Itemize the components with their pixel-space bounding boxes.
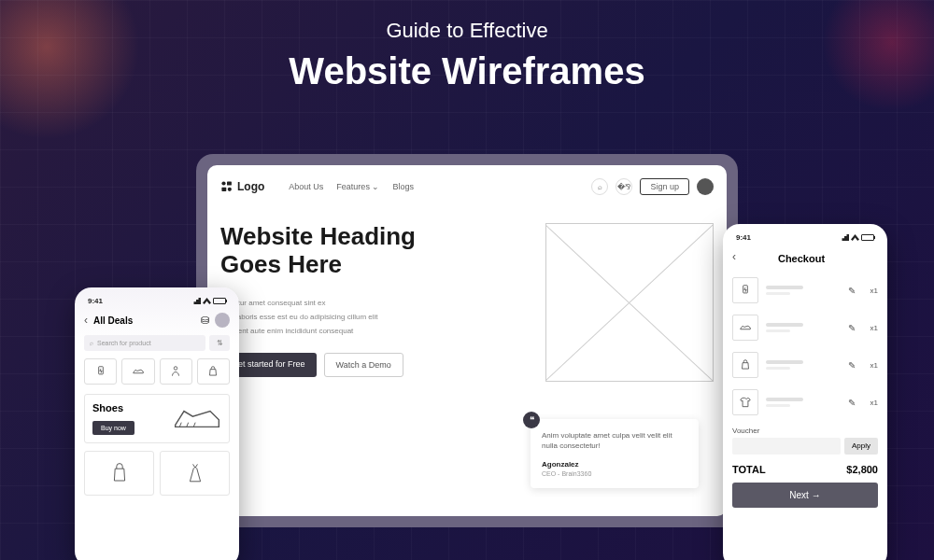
- category-shoes[interactable]: [121, 358, 154, 385]
- svg-rect-2: [221, 188, 226, 191]
- testimonial-card: ❝ Anim voluptate amet culpa velit velit …: [531, 419, 699, 488]
- quote-icon: ❝: [523, 412, 540, 428]
- nav-blogs[interactable]: Blogs: [392, 182, 414, 191]
- page-subtitle: Guide to Effective: [0, 19, 934, 43]
- filter-button[interactable]: ⇅: [209, 335, 230, 351]
- chevron-down-icon: ⌄: [372, 182, 379, 191]
- edit-icon[interactable]: ✎: [848, 398, 856, 408]
- svg-point-3: [228, 188, 232, 191]
- checkout-item: ✎ x1: [732, 272, 878, 309]
- product-dress[interactable]: [160, 451, 230, 496]
- avatar[interactable]: [215, 313, 230, 328]
- edit-icon[interactable]: ✎: [848, 286, 856, 296]
- item-thumb-shirt: [732, 389, 758, 415]
- status-icons: [840, 233, 874, 242]
- svg-point-5: [174, 367, 177, 371]
- next-button[interactable]: Next →: [732, 483, 878, 508]
- featured-card[interactable]: Shoes Buy now: [84, 394, 230, 443]
- screen-title: All Deals: [93, 315, 195, 326]
- arrow-right-icon: →: [812, 490, 821, 500]
- item-thumb-electronics: [732, 277, 758, 303]
- total-value: $2,800: [846, 464, 878, 475]
- cta-secondary-button[interactable]: Watch a Demo: [324, 353, 403, 377]
- search-icon[interactable]: ⌕: [591, 178, 608, 195]
- checkout-item: ✎ x1: [732, 384, 878, 421]
- buy-button[interactable]: Buy now: [92, 421, 134, 435]
- nav-about[interactable]: About Us: [289, 182, 323, 191]
- navbar: Logo About Us Features ⌄ Blogs ⌕ �⅋ Sign…: [220, 178, 714, 195]
- cart-icon[interactable]: ⛁: [201, 315, 209, 327]
- apply-button[interactable]: Apply: [844, 438, 878, 455]
- checkout-item: ✎ x1: [732, 309, 878, 346]
- status-icons: [191, 297, 226, 305]
- svg-rect-1: [227, 181, 232, 185]
- search-input[interactable]: ⌕ Search for product: [84, 335, 205, 351]
- hero-body: Pariatur amet consequat sint ex Sint lab…: [220, 296, 517, 339]
- page-title: Website Wireframes: [0, 50, 934, 92]
- avatar[interactable]: [697, 178, 714, 195]
- back-icon[interactable]: ‹: [84, 314, 88, 327]
- back-icon[interactable]: ‹: [732, 250, 736, 263]
- hero-heading: Website Heading Goes Here: [220, 223, 517, 279]
- lock-icon[interactable]: �⅋: [616, 178, 632, 195]
- logo[interactable]: Logo: [220, 180, 264, 193]
- voucher-section: Voucher Apply: [732, 427, 878, 455]
- signup-button[interactable]: Sign up: [640, 178, 689, 195]
- status-time: 9:41: [736, 233, 751, 242]
- hero-image-placeholder: [545, 223, 714, 382]
- edit-icon[interactable]: ✎: [848, 360, 856, 371]
- checkout-item: ✎ x1: [732, 346, 878, 384]
- laptop-mockup: Logo About Us Features ⌄ Blogs ⌕ �⅋ Sign…: [196, 154, 738, 527]
- screen-title: Checkout: [742, 253, 861, 264]
- product-bag[interactable]: [84, 451, 154, 496]
- category-electronics[interactable]: [84, 358, 117, 385]
- search-icon: ⌕: [90, 340, 93, 346]
- total-row: TOTAL $2,800: [732, 464, 878, 475]
- item-thumb-bag: [732, 352, 758, 378]
- category-apparel[interactable]: [160, 358, 192, 385]
- category-row: [84, 358, 230, 385]
- item-thumb-shoe: [732, 315, 758, 341]
- phone-right-mockup: 9:41 ‹ Checkout ✎ x1 ✎ x1 ✎ x1 ✎: [723, 224, 887, 560]
- shoe-icon: [171, 400, 223, 436]
- voucher-input[interactable]: [732, 438, 841, 455]
- category-bags[interactable]: [197, 358, 230, 385]
- checkout-list: ✎ x1 ✎ x1 ✎ x1 ✎ x1: [732, 272, 878, 421]
- nav-features[interactable]: Features ⌄: [336, 182, 379, 191]
- svg-point-0: [221, 181, 225, 185]
- edit-icon[interactable]: ✎: [848, 323, 856, 333]
- status-time: 9:41: [88, 297, 103, 305]
- phone-left-mockup: 9:41 ‹ All Deals ⛁ ⌕ Search for product …: [75, 287, 239, 560]
